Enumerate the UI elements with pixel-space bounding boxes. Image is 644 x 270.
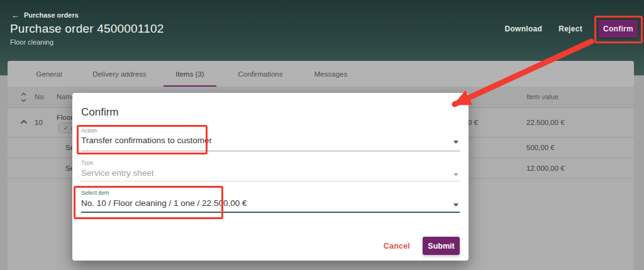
back-arrow-icon[interactable]: ←: [11, 12, 19, 19]
row-item-value: 500,00 €: [526, 144, 555, 151]
confirm-button[interactable]: Confirm: [599, 20, 638, 38]
type-field-label: Type: [81, 159, 94, 166]
action-field-label: Action: [81, 127, 97, 134]
type-field-value: Service entry sheet: [81, 168, 154, 178]
row-item-value: 22.500,00 €: [526, 119, 565, 126]
select-item-field-label: Select item: [81, 190, 109, 196]
header-actions: Download Reject Confirm: [504, 20, 638, 38]
tab-bar: General Delivery address Items (3) Confi…: [8, 61, 634, 87]
tab-delivery-address[interactable]: Delivery address: [84, 61, 155, 87]
row-item-value: 12.000,00 €: [526, 165, 565, 172]
type-dropdown-icon: [453, 173, 458, 176]
row-no: 10: [35, 119, 43, 126]
submit-button[interactable]: Submit: [423, 237, 460, 255]
cancel-button[interactable]: Cancel: [384, 242, 410, 251]
sort-icon[interactable]: [20, 92, 27, 103]
column-no[interactable]: No.: [35, 93, 45, 100]
tab-messages[interactable]: Messages: [296, 61, 366, 87]
reject-button[interactable]: Reject: [558, 24, 582, 33]
tab-confirmations[interactable]: Confirmations: [225, 61, 296, 87]
check-icon: ✓: [64, 125, 69, 131]
chevron-up-icon[interactable]: [20, 119, 28, 124]
breadcrumb[interactable]: ← Purchase orders: [11, 11, 79, 19]
action-field-value[interactable]: Transfer confirmations to customer: [81, 136, 212, 145]
tab-items[interactable]: Items (3): [155, 61, 225, 87]
app-window: ← Purchase orders Purchase order 4500001…: [0, 0, 644, 270]
type-field-underline: [81, 181, 460, 181]
confirm-dialog: Confirm Action Transfer confirmations to…: [72, 93, 469, 261]
tab-general[interactable]: General: [14, 61, 84, 87]
column-item-value[interactable]: Item value: [526, 93, 558, 100]
action-dropdown-icon[interactable]: [453, 141, 458, 144]
action-field-underline: [81, 151, 460, 151]
page-title: Purchase order 4500001102: [10, 22, 164, 36]
select-item-field-underline: [81, 212, 460, 213]
select-item-field-value[interactable]: No. 10 / Floor cleaning / 1 one / 22.500…: [81, 198, 247, 208]
select-item-dropdown-icon[interactable]: [453, 203, 458, 207]
dialog-title: Confirm: [81, 106, 119, 119]
page-subtitle: Floor cleaning: [10, 38, 53, 46]
dialog-actions: Cancel Submit: [384, 237, 460, 255]
breadcrumb-label[interactable]: Purchase orders: [24, 11, 79, 19]
download-button[interactable]: Download: [504, 24, 542, 33]
